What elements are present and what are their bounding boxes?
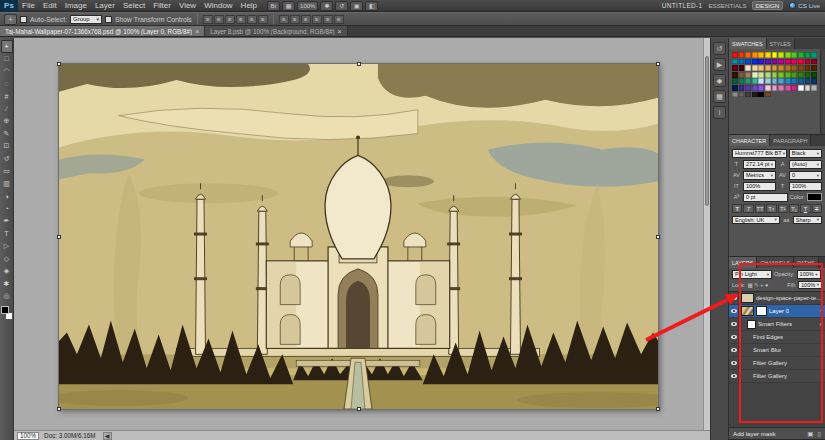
smart-filter-row[interactable]: Find Edges↕	[729, 331, 825, 344]
color-swatch[interactable]	[732, 59, 738, 65]
filter-mask-thumbnail[interactable]	[756, 306, 767, 316]
type-style-button-3[interactable]: TT	[755, 204, 765, 213]
menu-help[interactable]: Help	[237, 0, 261, 12]
delete-layer-button[interactable]: ▯	[817, 430, 821, 438]
color-swatch[interactable]	[739, 92, 745, 98]
pen-tool[interactable]: ✒	[1, 215, 13, 228]
font-family-select[interactable]: Humnst777 Blk BT▾	[732, 149, 787, 158]
move-tool[interactable]: +	[1, 40, 13, 53]
close-icon[interactable]: ×	[338, 28, 342, 35]
color-swatch[interactable]	[732, 78, 738, 84]
current-tool-icon[interactable]: +	[4, 14, 17, 25]
color-swatch[interactable]	[798, 78, 804, 84]
canvas-image[interactable]	[58, 63, 659, 410]
color-swatch[interactable]	[758, 52, 764, 58]
status-scroll-button[interactable]: ◀	[103, 432, 112, 440]
smart-filter-mask-thumbnail[interactable]	[747, 320, 756, 329]
vertical-scrollbar[interactable]	[703, 38, 710, 430]
color-swatch[interactable]	[805, 65, 811, 71]
align-icon[interactable]: ≡	[203, 15, 213, 24]
type-style-button-5[interactable]: T¹	[778, 204, 788, 213]
opacity-field[interactable]: 100%▾	[797, 270, 821, 279]
distribute-icon[interactable]: ≡	[301, 15, 311, 24]
lock-button-4[interactable]: ●	[765, 282, 768, 288]
layer-row-layer0[interactable]: Layer 0 ▾	[729, 305, 825, 318]
hand-tool[interactable]: ✱	[1, 278, 13, 291]
color-swatch[interactable]	[758, 65, 764, 71]
type-style-button-1[interactable]: T	[732, 204, 742, 213]
rectangle-tool[interactable]: ◇	[1, 253, 13, 266]
quick-selection-tool[interactable]: ◌	[1, 78, 13, 91]
filter-options-icon[interactable]: ↕	[820, 334, 823, 340]
color-swatch[interactable]	[791, 65, 797, 71]
color-swatch[interactable]	[791, 52, 797, 58]
color-swatch[interactable]	[758, 78, 764, 84]
auto-select-checkbox[interactable]	[20, 16, 27, 23]
type-style-button-7[interactable]: T	[800, 204, 810, 213]
color-swatch[interactable]	[752, 72, 758, 78]
menu-select[interactable]: Select	[119, 0, 149, 12]
path-selection-tool[interactable]: ▷	[1, 240, 13, 253]
color-swatch[interactable]	[805, 85, 811, 91]
color-swatch[interactable]	[739, 78, 745, 84]
color-swatch[interactable]	[805, 72, 811, 78]
transform-handle[interactable]	[357, 62, 361, 66]
color-swatch[interactable]	[798, 65, 804, 71]
color-swatch[interactable]	[805, 52, 811, 58]
color-swatch[interactable]	[805, 78, 811, 84]
transform-handle[interactable]	[357, 407, 361, 411]
new-layer-button[interactable]: ▣	[807, 430, 813, 438]
color-swatch[interactable]	[778, 72, 784, 78]
color-swatch[interactable]	[772, 85, 778, 91]
color-swatch[interactable]	[752, 65, 758, 71]
color-swatch[interactable]	[791, 85, 797, 91]
color-swatch[interactable]	[752, 59, 758, 65]
tab-styles[interactable]: STYLES	[767, 38, 795, 49]
color-swatch[interactable]	[798, 59, 804, 65]
panel-scrollbar[interactable]	[820, 49, 825, 134]
brush-tool[interactable]: ✎	[1, 128, 13, 141]
eraser-tool[interactable]: ▭	[1, 165, 13, 178]
color-swatch[interactable]	[758, 72, 764, 78]
color-swatch[interactable]	[745, 52, 751, 58]
eyedropper-tool[interactable]: ∕	[1, 103, 13, 116]
distribute-icon[interactable]: ≡	[323, 15, 333, 24]
menu-file[interactable]: File	[18, 0, 39, 12]
zoom-tool[interactable]: ◎	[1, 290, 13, 303]
lock-button-1[interactable]: ▦	[747, 282, 752, 288]
smart-filter-expand-icon[interactable]: ▾	[820, 308, 823, 314]
color-swatch[interactable]	[778, 59, 784, 65]
foreground-color-swatch[interactable]	[1, 306, 9, 314]
dodge-tool[interactable]: ◔	[1, 203, 13, 216]
history-panel-icon[interactable]: ↺	[713, 42, 726, 55]
visibility-toggle[interactable]	[729, 344, 739, 356]
visibility-toggle[interactable]	[729, 305, 739, 317]
hand-tool-button[interactable]: ✱	[320, 1, 333, 11]
color-swatch[interactable]	[811, 52, 817, 58]
vertical-scale-field[interactable]: 100%	[743, 182, 776, 191]
screen-mode-button[interactable]: ◧	[365, 1, 378, 11]
kerning-field[interactable]: Metrics▾	[743, 171, 776, 180]
color-swatch[interactable]	[739, 59, 745, 65]
color-swatch[interactable]	[811, 59, 817, 65]
color-swatch[interactable]	[745, 92, 751, 98]
color-swatch[interactable]	[778, 85, 784, 91]
visibility-toggle[interactable]	[729, 331, 739, 343]
color-swatch[interactable]	[805, 59, 811, 65]
view-extras-button[interactable]: ▦	[282, 1, 295, 11]
navigator-panel-icon[interactable]: ▦	[713, 90, 726, 103]
arrange-documents-button[interactable]: ▣	[350, 1, 363, 11]
align-icon[interactable]: ≡	[214, 15, 224, 24]
filter-blend-icon[interactable]: ≡	[820, 321, 823, 327]
color-swatch[interactable]	[785, 65, 791, 71]
color-swatch[interactable]	[778, 65, 784, 71]
font-style-select[interactable]: Black▾	[789, 149, 822, 158]
color-swatch[interactable]	[785, 85, 791, 91]
color-swatch[interactable]	[745, 85, 751, 91]
color-swatch[interactable]	[791, 78, 797, 84]
color-swatch[interactable]	[739, 72, 745, 78]
menu-image[interactable]: Image	[61, 0, 91, 12]
tab-paths[interactable]: PATHS	[794, 257, 819, 268]
color-swatch[interactable]	[772, 65, 778, 71]
color-swatch[interactable]	[745, 59, 751, 65]
